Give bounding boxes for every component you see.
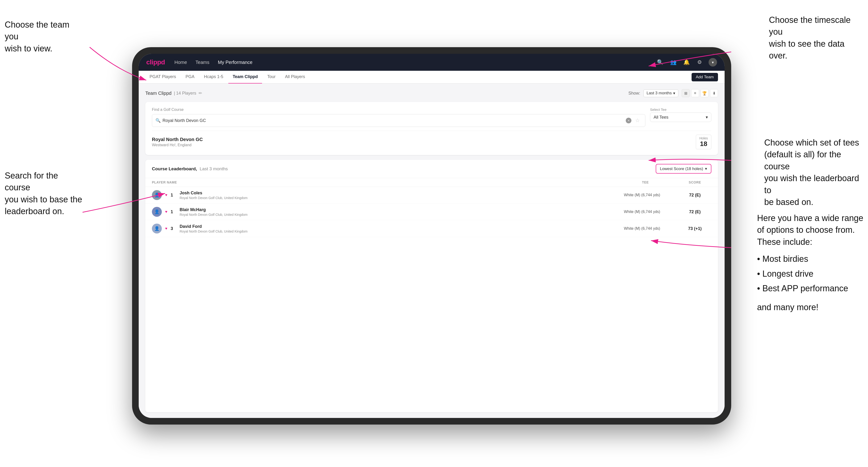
find-course-label: Find a Golf Course (152, 107, 645, 112)
player-rank: 1 (171, 210, 177, 214)
holes-label: Holes (700, 136, 708, 140)
player-score: 72 (E) (678, 210, 711, 214)
player-club: Royal North Devon Golf Club, United King… (180, 229, 606, 233)
search-icon: 🔍 (155, 118, 161, 123)
player-tee: White (M) (6,744 yds) (609, 210, 675, 214)
edit-icon[interactable]: ✏ (198, 91, 202, 96)
table-row: 👤 ♥ 1 Blair McHarg Royal North Devon Gol… (145, 204, 718, 220)
player-info: Blair McHarg Royal North Devon Golf Club… (180, 207, 606, 217)
avatar: 👤 (152, 224, 162, 234)
team-header-right: Show: Last 3 months ▾ ⊞ ≡ 🏆 ⬇ (628, 89, 718, 97)
people-icon[interactable]: 👥 (669, 58, 677, 66)
course-search-card: Find a Golf Course 🔍 × ☆ Select Tee All … (145, 102, 718, 155)
annotation-top-right: Choose the timescale you wish to see the… (769, 14, 863, 62)
view-icons: ⊞ ≡ 🏆 ⬇ (682, 89, 718, 97)
search-icon[interactable]: 🔍 (656, 58, 664, 66)
nav-my-performance[interactable]: My Performance (218, 60, 253, 65)
tee-value: All Tees (654, 115, 669, 120)
show-label: Show: (628, 91, 640, 96)
leaderboard-columns: PLAYER NAME TEE SCORE (145, 178, 718, 187)
player-name: Josh Coles (180, 191, 606, 195)
player-rank: 1 (171, 193, 177, 198)
annotation-top-left: Choose the team you wish to view. (5, 19, 85, 55)
leaderboard-card: Course Leaderboard, Last 3 months Lowest… (145, 160, 718, 412)
tab-all-players[interactable]: All Players (281, 71, 309, 84)
navbar-links: Home Teams My Performance (174, 60, 646, 65)
download-button[interactable]: ⬇ (710, 89, 718, 97)
annotation-mid-right: Choose which set of tees (default is all… (764, 137, 863, 208)
nav-teams[interactable]: Teams (195, 60, 210, 65)
tab-hcaps[interactable]: Hcaps 1-5 (199, 71, 227, 84)
player-score: 73 (+1) (678, 226, 711, 231)
player-club: Royal North Devon Golf Club, United King… (180, 213, 606, 217)
player-info: David Ford Royal North Devon Golf Club, … (180, 224, 606, 233)
heart-icon: ♥ (165, 193, 167, 197)
player-tee: White (M) (6,744 yds) (609, 193, 675, 197)
avatar: 👤 (152, 207, 162, 217)
player-tee: White (M) (6,744 yds) (609, 226, 675, 231)
bullet-list: Most birdies Longest drive Best APP perf… (757, 252, 863, 296)
annotation-mid-left: Search for the course you wish to base t… (5, 170, 85, 217)
player-count: | 14 Players (174, 91, 196, 96)
team-title: Team Clippd | 14 Players ✏ (145, 91, 202, 96)
table-row: 👤 ♥ 3 David Ford Royal North Devon Golf … (145, 220, 718, 237)
and-more: and many more! (757, 302, 863, 313)
course-location: Westward Ho!, England (152, 143, 203, 147)
list-item: Longest drive (757, 267, 863, 281)
score-type-select[interactable]: Lowest Score (18 holes) ▾ (656, 164, 711, 174)
time-range-value: Last 3 months (647, 91, 672, 96)
list-item: Best APP performance (757, 281, 863, 296)
team-name: Team Clippd (145, 91, 172, 96)
tee-chevron-icon: ▾ (706, 115, 708, 120)
heart-icon: ♥ (165, 210, 167, 214)
user-avatar[interactable]: ▾ (709, 58, 717, 66)
holes-number: 18 (700, 140, 708, 148)
tablet-frame: clippd Home Teams My Performance 🔍 👥 🔔 ⚙… (132, 47, 731, 425)
player-score: 72 (E) (678, 193, 711, 198)
subnav: PGAT Players PGA Hcaps 1-5 Team Clippd T… (139, 71, 724, 84)
nav-home[interactable]: Home (174, 60, 187, 65)
score-type-value: Lowest Score (18 holes) (660, 166, 703, 171)
tablet-screen: clippd Home Teams My Performance 🔍 👥 🔔 ⚙… (139, 54, 724, 418)
settings-icon[interactable]: ⚙ (695, 58, 704, 66)
player-rank: 3 (171, 226, 177, 231)
course-name: Royal North Devon GC (152, 137, 203, 142)
navbar-icons: 🔍 👥 🔔 ⚙ ▾ (656, 58, 717, 66)
leaderboard-header: Course Leaderboard, Last 3 months Lowest… (145, 160, 718, 178)
grid-view-button[interactable]: ⊞ (682, 89, 690, 97)
score-type-chevron: ▾ (705, 166, 707, 171)
brand-logo: clippd (146, 59, 165, 66)
chevron-down-icon: ▾ (673, 91, 675, 96)
column-player: PLAYER NAME (152, 181, 612, 184)
course-search-input-wrap[interactable]: 🔍 × ☆ (152, 114, 645, 127)
list-view-button[interactable]: ≡ (691, 89, 699, 97)
trophy-view-button[interactable]: 🏆 (701, 89, 709, 97)
annotation-bottom-right: Here you have a wide range of options to… (757, 212, 863, 313)
column-score: SCORE (678, 181, 711, 184)
avatar: 👤 (152, 190, 162, 200)
player-name: Blair McHarg (180, 207, 606, 212)
tee-select[interactable]: All Tees ▾ (650, 113, 711, 122)
column-tee: TEE (612, 181, 678, 184)
list-item: Most birdies (757, 252, 863, 266)
add-team-button[interactable]: Add Team (691, 73, 718, 81)
course-info: Royal North Devon GC Westward Ho!, Engla… (152, 137, 203, 147)
table-row: 👤 ♥ 1 Josh Coles Royal North Devon Golf … (145, 187, 718, 204)
course-result: Royal North Devon GC Westward Ho!, Engla… (152, 131, 711, 149)
favorite-icon[interactable]: ☆ (633, 116, 642, 125)
tab-team-clippd[interactable]: Team Clippd (228, 71, 262, 84)
tab-tour[interactable]: Tour (263, 71, 280, 84)
heart-icon: ♥ (165, 226, 167, 231)
player-info: Josh Coles Royal North Devon Golf Club, … (180, 191, 606, 200)
tee-select-wrap: Select Tee All Tees ▾ (650, 107, 711, 122)
tab-pga[interactable]: PGA (181, 71, 198, 84)
course-search-input[interactable] (162, 118, 624, 123)
team-header: Team Clippd | 14 Players ✏ Show: Last 3 … (145, 89, 718, 97)
player-name: David Ford (180, 224, 606, 229)
player-club: Royal North Devon Golf Club, United King… (180, 196, 606, 200)
clear-search-button[interactable]: × (626, 118, 631, 123)
time-range-select[interactable]: Last 3 months ▾ (644, 89, 678, 97)
bell-icon[interactable]: 🔔 (682, 58, 691, 66)
tab-pgat-players[interactable]: PGAT Players (145, 71, 180, 84)
navbar: clippd Home Teams My Performance 🔍 👥 🔔 ⚙… (139, 54, 724, 71)
